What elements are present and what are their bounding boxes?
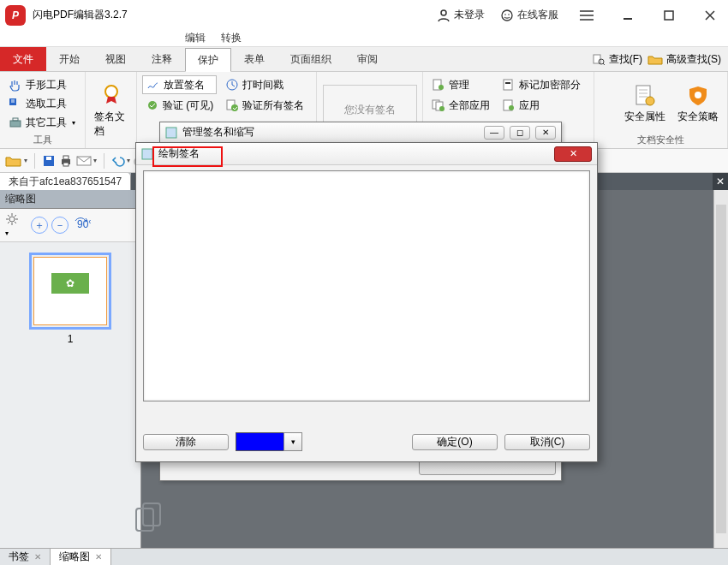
menu-start[interactable]: 开始: [46, 47, 92, 71]
menu-view[interactable]: 视图: [92, 47, 139, 71]
subtab-edit[interactable]: 编辑: [185, 31, 206, 46]
close-button[interactable]: [697, 7, 723, 24]
color-dropdown[interactable]: ▾: [283, 432, 302, 451]
login-status[interactable]: 未登录: [437, 8, 485, 22]
find-label: 查找(F): [609, 52, 642, 67]
svg-rect-4: [665, 11, 673, 20]
security-policy[interactable]: 安全策略: [674, 75, 722, 132]
close-icon[interactable]: ✕: [95, 552, 102, 562]
manage-icon: [432, 78, 445, 92]
svg-point-25: [646, 97, 654, 105]
security-attributes[interactable]: 安全属性: [621, 75, 669, 132]
footer-tab-bookmark[interactable]: 书签✕: [0, 549, 51, 565]
apply-all[interactable]: 全部应用: [428, 96, 493, 115]
svg-point-33: [9, 217, 15, 222]
cancel-button[interactable]: 取消(C): [504, 434, 590, 450]
menu-file[interactable]: 文件: [0, 47, 46, 71]
apply-redaction[interactable]: 应用: [498, 96, 584, 115]
document-tab[interactable]: 来自于afc1ea837651547: [0, 173, 131, 190]
footer-thumbs-label: 缩略图: [59, 550, 90, 564]
select-label: 选取工具: [26, 97, 67, 111]
folder-open-icon: [5, 154, 22, 168]
print-button[interactable]: [59, 154, 73, 168]
folder-search-icon: [647, 52, 663, 66]
menu-protect[interactable]: 保护: [185, 48, 231, 72]
mark-icon: [502, 78, 516, 92]
online-service[interactable]: 在线客服: [500, 8, 558, 22]
dialog1-minimize[interactable]: —: [484, 126, 504, 140]
open-button[interactable]: [5, 154, 22, 168]
apply-icon: [502, 98, 516, 112]
copy-pages-icon[interactable]: [133, 502, 164, 536]
menu-form[interactable]: 表单: [231, 47, 277, 71]
mail-icon: [76, 155, 92, 167]
color-picker[interactable]: ▾: [236, 432, 302, 451]
menu-bar: 文件 开始 视图 注释 保护 表单 页面组织 审阅 查找(F) 高级查找(S): [0, 46, 728, 72]
thumbnail-page-1[interactable]: [29, 253, 111, 330]
clear-button[interactable]: 清除: [143, 434, 229, 450]
undo-icon: [111, 155, 125, 167]
title-bar: P 闪电PDF编辑器3.2.7 未登录 在线客服: [0, 0, 728, 31]
find-button[interactable]: 查找(F): [592, 52, 642, 67]
login-label: 未登录: [454, 8, 485, 22]
select-tool[interactable]: 选取工具: [5, 94, 79, 113]
rotate-thumb[interactable]: 90°: [72, 217, 91, 233]
svg-point-14: [231, 104, 238, 111]
zoom-in-thumb[interactable]: ＋: [31, 217, 48, 234]
menu-annotate[interactable]: 注释: [139, 47, 185, 71]
menu-review[interactable]: 审阅: [344, 47, 391, 71]
svg-point-23: [509, 105, 514, 110]
undo-button[interactable]: [111, 155, 125, 167]
dialog2-close[interactable]: ✕: [554, 146, 592, 162]
subtab-convert[interactable]: 转换: [221, 31, 242, 46]
close-icon[interactable]: ✕: [34, 552, 41, 562]
hamburger-icon[interactable]: [574, 7, 600, 24]
doc-gear-icon: [633, 84, 657, 108]
signature-canvas[interactable]: [143, 170, 590, 401]
thumbnail-image-icon: [51, 273, 89, 294]
verify-visible[interactable]: 验证 (可见): [142, 96, 217, 115]
svg-rect-37: [166, 128, 176, 138]
timestamp[interactable]: 打时间戳: [222, 75, 307, 94]
group-tools-label: 工具: [5, 132, 80, 146]
group-security-label: 文档安全性: [600, 132, 722, 146]
ok-button[interactable]: 确定(O): [412, 434, 498, 450]
hand-tool[interactable]: 手形工具: [5, 75, 79, 94]
svg-rect-30: [63, 156, 69, 159]
svg-rect-36: [143, 503, 160, 526]
menu-organize[interactable]: 页面组织: [277, 47, 344, 71]
verify-all[interactable]: 验证所有签名: [222, 96, 307, 115]
dialog1-title: 管理签名和缩写: [182, 125, 254, 140]
footer-tab-thumbs[interactable]: 缩略图✕: [51, 549, 111, 565]
apply-all-label: 全部应用: [449, 98, 490, 113]
svg-point-1: [502, 10, 512, 21]
doc-tabs-close[interactable]: ✕: [713, 173, 728, 190]
save-icon: [42, 154, 56, 168]
dialog1-maximize[interactable]: ◻: [510, 126, 530, 140]
mail-button[interactable]: [76, 155, 92, 167]
zoom-out-thumb[interactable]: －: [51, 217, 69, 234]
save-button[interactable]: [42, 154, 56, 168]
maximize-button[interactable]: [656, 7, 682, 24]
hand-label: 手形工具: [26, 78, 67, 92]
smile-icon: [500, 9, 514, 22]
minimize-button[interactable]: [615, 7, 641, 24]
other-tools[interactable]: 其它工具▾: [5, 113, 79, 132]
thumbnails-panel: 缩略图 ▾ ＋ － 90° 1: [0, 190, 141, 548]
verify-all-icon: [225, 98, 239, 112]
sec-policy-label: 安全策略: [677, 110, 719, 124]
highlight-annotation: [152, 146, 223, 167]
svg-point-10: [105, 86, 117, 98]
mark-encrypt[interactable]: 标记加密部分: [498, 75, 584, 94]
vertical-scrollbar[interactable]: [713, 190, 728, 548]
svg-point-11: [148, 101, 157, 110]
place-signature[interactable]: 放置签名: [142, 75, 217, 94]
sign-document[interactable]: 签名文档: [91, 75, 131, 145]
adv-find-button[interactable]: 高级查找(S): [647, 52, 721, 67]
footer-tabs: 书签✕ 缩略图✕: [0, 548, 728, 565]
print-icon: [59, 154, 73, 168]
manage-redaction[interactable]: 管理: [428, 75, 493, 94]
toolbox-icon: [9, 116, 22, 129]
panel-options[interactable]: ▾: [5, 212, 19, 238]
dialog1-close[interactable]: ✕: [535, 126, 556, 140]
